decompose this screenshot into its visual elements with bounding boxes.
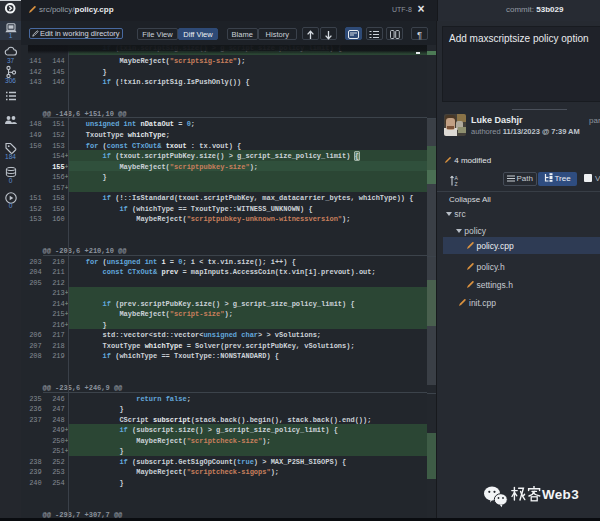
svg-text:Z: Z — [455, 181, 458, 187]
